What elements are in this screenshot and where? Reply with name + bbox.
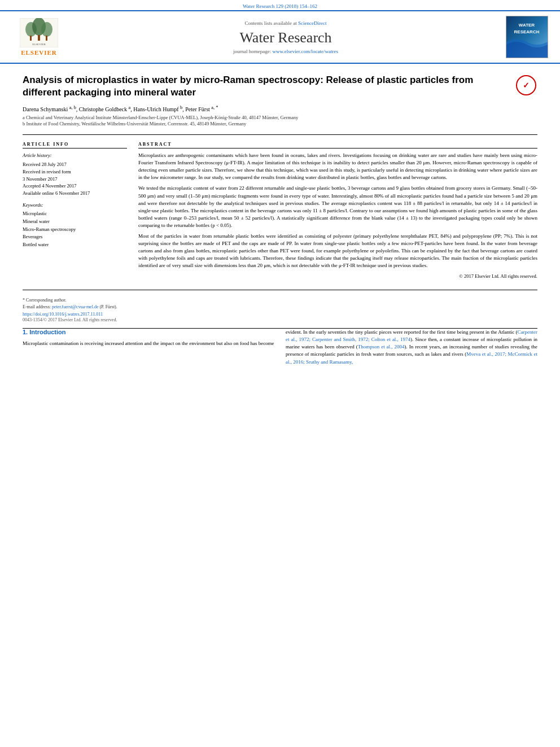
water-research-logo-icon: WATER RESEARCH [506,16,548,58]
journal-top-bar: Water Research 129 (2018) 154–162 [0,0,560,10]
article-content: Analysis of microplastics in water by mi… [0,64,560,328]
sciencedirect-link[interactable]: ScienceDirect [298,20,326,26]
email-label: E-mail address: [23,304,51,309]
cite-carpenter-1972[interactable]: Carpenter et al., 1972; Carpenter and Sm… [286,329,537,342]
elsevier-brand-text: ELSEVIER [21,49,57,56]
intro-body-left: Microplastic contamination is receiving … [23,340,274,347]
intro-body-right: evident. In the early seventies the tiny… [286,329,537,365]
intro-para-right: evident. In the early seventies the tiny… [286,329,537,365]
keyword-4: Beverages [23,233,127,241]
elsevier-logo-area: ELSEVIER ELSEVIER [8,16,70,58]
journal-header-center: Contents lists available at ScienceDirec… [70,16,501,58]
homepage-link[interactable]: www.elsevier.com/locate/watres [273,49,338,54]
cite-mveva-2017[interactable]: Mveva et al., 2017; McCormick et al., 20… [286,351,537,364]
svg-rect-5 [30,36,32,41]
intro-col-left: 1. Introduction Microplastic contaminati… [23,329,274,369]
abstract-para-2: We tested the microplastic content of wa… [138,185,537,229]
article-title: Analysis of microplastics in water by mi… [23,74,506,99]
water-research-logo: WATER RESEARCH [506,16,548,58]
crossmark-logo: ✓ [515,74,537,97]
body-content: 1. Introduction Microplastic contaminati… [0,329,560,380]
journal-ref: Water Research 129 (2018) 154–162 [243,3,317,9]
water-research-logo-area: WATER RESEARCH [501,16,552,58]
intro-para-left: Microplastic contamination is receiving … [23,340,274,347]
abstract-header: ABSTRACT [138,142,537,148]
keyword-3: Micro-Raman spectroscopy [23,226,127,234]
info-abstract-cols: ARTICLE INFO Article history: Received 2… [23,142,537,283]
svg-text:WATER: WATER [518,23,535,28]
elsevier-logo: ELSEVIER ELSEVIER [20,18,58,56]
elsevier-tree-icon: ELSEVIER [20,18,58,47]
svg-point-3 [41,22,53,37]
keyword-1: Microplastic [23,210,127,218]
authors-text: Darena Schymanski a, b, Christophe Goldb… [23,106,218,112]
divider-1 [23,134,537,135]
abstract-copyright: © 2017 Elsevier Ltd. All rights reserved… [138,273,537,279]
abstract-col: ABSTRACT Microplastics are anthropogenic… [138,142,537,283]
svg-rect-6 [46,36,47,41]
corresponding-label: * Corresponding author. [23,298,67,303]
abstract-para-3: Most of the particles in water from retu… [138,233,537,269]
revised-label: Received in revised form [23,169,71,174]
keywords-section: Keywords: Microplastic Mineral water Mic… [23,202,127,249]
doi-link[interactable]: https://doi.org/10.1016/j.watres.2017.11… [23,312,537,317]
abstract-text: Microplastics are anthropogenic contamin… [138,152,537,279]
affiliations: a Chemical and Veterinary Analytical Ins… [23,115,537,128]
affiliation-b: b Institute of Food Chemistry, Westfälis… [23,121,537,128]
available-date: Available online 6 November 2017 [23,190,90,196]
svg-rect-4 [38,35,40,41]
affiliation-a: a Chemical and Veterinary Analytical Ins… [23,115,537,121]
email-suffix: (P. Fürst). [99,304,117,309]
revised-date: 3 November 2017 [23,176,57,182]
sciencedirect-label: Contents lists available at ScienceDirec… [245,20,327,26]
keyword-2: Mineral water [23,218,127,226]
page-wrapper: Water Research 129 (2018) 154–162 ELSEVI… [0,0,560,747]
article-history: Article history: Received 28 July 2017 R… [23,152,127,197]
article-title-section: Analysis of microplastics in water by mi… [23,74,537,99]
journal-homepage: journal homepage: www.elsevier.com/locat… [233,49,338,54]
abstract-para-1: Microplastics are anthropogenic contamin… [138,152,537,181]
journal-header: ELSEVIER ELSEVIER Contents lists availab… [0,10,560,64]
svg-text:ELSEVIER: ELSEVIER [32,43,46,46]
history-label: Article history: [23,152,127,159]
article-info-col: ARTICLE INFO Article history: Received 2… [23,142,127,283]
accepted-date: Accepted 4 November 2017 [23,183,77,189]
cite-thompson-2004[interactable]: Thompson et al., 2004 [358,344,405,350]
keyword-5: Bottled water [23,241,127,249]
corresponding-author-note: * Corresponding author. E-mail address: … [23,297,537,311]
keywords-label: Keywords: [23,202,127,209]
section-1-header: 1. Introduction [23,329,274,335]
introduction-two-col: 1. Introduction Microplastic contaminati… [23,329,537,369]
crossmark-icon: ✓ [516,75,536,95]
article-title-text: Analysis of microplastics in water by mi… [23,74,506,99]
intro-section-title: 1. Introduction [23,329,65,335]
received-date: Received 28 July 2017 [23,161,67,167]
journal-title: Water Research [239,29,331,46]
svg-text:RESEARCH: RESEARCH [514,29,539,34]
intro-col-right: evident. In the early seventies the tiny… [286,329,537,369]
corresponding-email[interactable]: peter.fuerst@cvua-mel.de [52,304,98,309]
divider-2 [23,290,537,290]
footer-copyright: 0043-1354/© 2017 Elsevier Ltd. All right… [23,317,537,322]
authors-line: Darena Schymanski a, b, Christophe Goldb… [23,104,537,112]
article-info-header: ARTICLE INFO [23,142,127,148]
article-footer: * Corresponding author. E-mail address: … [23,297,537,322]
